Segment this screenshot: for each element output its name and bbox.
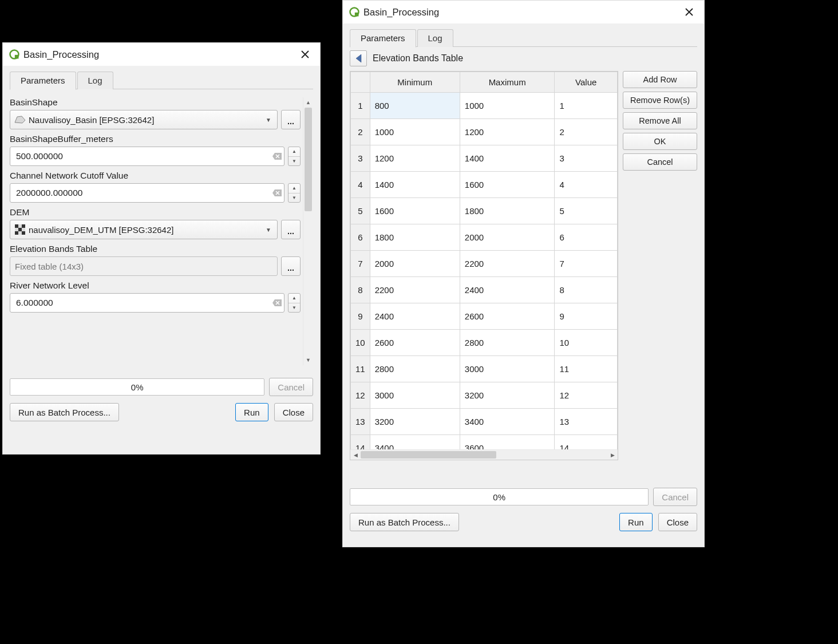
cell[interactable]: 1000 bbox=[460, 93, 555, 119]
clear-icon[interactable] bbox=[271, 189, 283, 196]
tab-log[interactable]: Log bbox=[417, 29, 453, 47]
back-button[interactable] bbox=[350, 50, 367, 66]
remove-all-button[interactable]: Remove All bbox=[623, 112, 697, 129]
cell[interactable]: 6 bbox=[555, 224, 618, 251]
add-row-button[interactable]: Add Row bbox=[623, 71, 697, 88]
row-header[interactable]: 2 bbox=[351, 119, 370, 145]
cell[interactable]: 1200 bbox=[460, 119, 555, 145]
cell[interactable]: 3 bbox=[555, 145, 618, 172]
col-val[interactable]: Value bbox=[555, 72, 618, 93]
cell[interactable]: 2800 bbox=[370, 356, 460, 382]
close-button[interactable] bbox=[295, 44, 315, 65]
table-row[interactable]: 112800300011 bbox=[351, 356, 618, 382]
cell[interactable]: 2400 bbox=[460, 277, 555, 303]
table-row[interactable]: 4140016004 bbox=[351, 172, 618, 198]
row-header[interactable]: 14 bbox=[351, 435, 370, 450]
cell[interactable]: 1800 bbox=[370, 224, 460, 251]
tab-log[interactable]: Log bbox=[77, 72, 113, 89]
cell[interactable]: 2800 bbox=[460, 330, 555, 356]
spin-up-icon[interactable]: ▲ bbox=[288, 147, 300, 157]
cell[interactable]: 1400 bbox=[460, 145, 555, 172]
scroll-thumb[interactable] bbox=[361, 451, 496, 459]
cell[interactable]: 800 bbox=[370, 93, 460, 119]
cell[interactable]: 13 bbox=[555, 409, 618, 435]
table-row[interactable]: 9240026009 bbox=[351, 303, 618, 330]
cell[interactable]: 2000 bbox=[460, 224, 555, 251]
clear-icon[interactable] bbox=[271, 153, 283, 160]
cell[interactable]: 3400 bbox=[370, 435, 460, 450]
cell[interactable]: 3400 bbox=[460, 409, 555, 435]
cell[interactable]: 12 bbox=[555, 382, 618, 409]
cell[interactable]: 10 bbox=[555, 330, 618, 356]
run-batch-button[interactable]: Run as Batch Process... bbox=[10, 403, 119, 421]
basinshape-more-button[interactable]: ... bbox=[281, 110, 301, 129]
table-row[interactable]: 133200340013 bbox=[351, 409, 618, 435]
cell[interactable]: 2600 bbox=[370, 330, 460, 356]
row-header[interactable]: 13 bbox=[351, 409, 370, 435]
progress-cancel-button[interactable]: Cancel bbox=[269, 378, 313, 396]
table-row[interactable]: 123000320012 bbox=[351, 382, 618, 409]
spin-up-icon[interactable]: ▲ bbox=[288, 184, 300, 193]
tab-parameters[interactable]: Parameters bbox=[350, 29, 416, 48]
cell[interactable]: 1800 bbox=[460, 198, 555, 224]
progress-cancel-button[interactable]: Cancel bbox=[653, 488, 697, 506]
cell[interactable]: 3000 bbox=[460, 356, 555, 382]
clear-icon[interactable] bbox=[271, 299, 283, 306]
row-header[interactable]: 6 bbox=[351, 224, 370, 251]
spin-up-icon[interactable]: ▲ bbox=[288, 294, 300, 303]
scroll-up-icon[interactable]: ▲ bbox=[303, 97, 313, 108]
scroll-right-icon[interactable]: ▶ bbox=[607, 452, 618, 458]
cell[interactable]: 1200 bbox=[370, 145, 460, 172]
horizontal-scrollbar[interactable]: ◀ ▶ bbox=[350, 449, 618, 460]
run-button[interactable]: Run bbox=[619, 513, 653, 531]
elev-table-edit-button[interactable]: ... bbox=[281, 256, 301, 276]
table-row[interactable]: 102600280010 bbox=[351, 330, 618, 356]
table-row[interactable]: 3120014003 bbox=[351, 145, 618, 172]
cell[interactable]: 5 bbox=[555, 198, 618, 224]
cell[interactable]: 3600 bbox=[460, 435, 555, 450]
cell[interactable]: 1000 bbox=[370, 119, 460, 145]
cell[interactable]: 1400 bbox=[370, 172, 460, 198]
col-min[interactable]: Minimum bbox=[370, 72, 460, 93]
run-button[interactable]: Run bbox=[235, 403, 268, 421]
table-corner[interactable] bbox=[351, 72, 370, 93]
cell[interactable]: 2200 bbox=[370, 277, 460, 303]
cell[interactable]: 2 bbox=[555, 119, 618, 145]
cell[interactable]: 3200 bbox=[460, 382, 555, 409]
dem-combo[interactable]: nauvalisoy_DEM_UTM [EPSG:32642] ▼ bbox=[10, 220, 278, 239]
cell[interactable]: 1600 bbox=[370, 198, 460, 224]
table-row[interactable]: 2100012002 bbox=[351, 119, 618, 145]
river-level-spin[interactable]: ▲▼ bbox=[288, 293, 301, 313]
table-row[interactable]: 6180020006 bbox=[351, 224, 618, 251]
table-row[interactable]: 8220024008 bbox=[351, 277, 618, 303]
cell[interactable]: 2000 bbox=[370, 251, 460, 277]
cutoff-input[interactable] bbox=[15, 187, 271, 199]
cell[interactable]: 2600 bbox=[460, 303, 555, 330]
table-row[interactable]: 7200022007 bbox=[351, 251, 618, 277]
cell[interactable]: 11 bbox=[555, 356, 618, 382]
row-header[interactable]: 11 bbox=[351, 356, 370, 382]
tab-parameters[interactable]: Parameters bbox=[10, 72, 76, 90]
cell[interactable]: 2400 bbox=[370, 303, 460, 330]
row-header[interactable]: 3 bbox=[351, 145, 370, 172]
cell[interactable]: 2200 bbox=[460, 251, 555, 277]
remove-rows-button[interactable]: Remove Row(s) bbox=[623, 92, 697, 109]
row-header[interactable]: 5 bbox=[351, 198, 370, 224]
dem-more-button[interactable]: ... bbox=[281, 220, 301, 239]
basinshape-combo[interactable]: Nauvalisoy_Basin [EPSG:32642] ▼ bbox=[10, 110, 278, 129]
river-level-input[interactable] bbox=[15, 297, 271, 309]
cell[interactable]: 14 bbox=[555, 435, 618, 450]
cell[interactable]: 7 bbox=[555, 251, 618, 277]
row-header[interactable]: 7 bbox=[351, 251, 370, 277]
close-button[interactable] bbox=[679, 2, 699, 22]
cell[interactable]: 8 bbox=[555, 277, 618, 303]
cutoff-spin[interactable]: ▲▼ bbox=[288, 183, 301, 203]
close-dialog-button[interactable]: Close bbox=[274, 403, 313, 421]
run-batch-button[interactable]: Run as Batch Process... bbox=[350, 513, 459, 531]
row-header[interactable]: 9 bbox=[351, 303, 370, 330]
table-row[interactable]: 143400360014 bbox=[351, 435, 618, 450]
cell[interactable]: 3000 bbox=[370, 382, 460, 409]
row-header[interactable]: 10 bbox=[351, 330, 370, 356]
close-dialog-button[interactable]: Close bbox=[658, 513, 697, 531]
cell[interactable]: 9 bbox=[555, 303, 618, 330]
